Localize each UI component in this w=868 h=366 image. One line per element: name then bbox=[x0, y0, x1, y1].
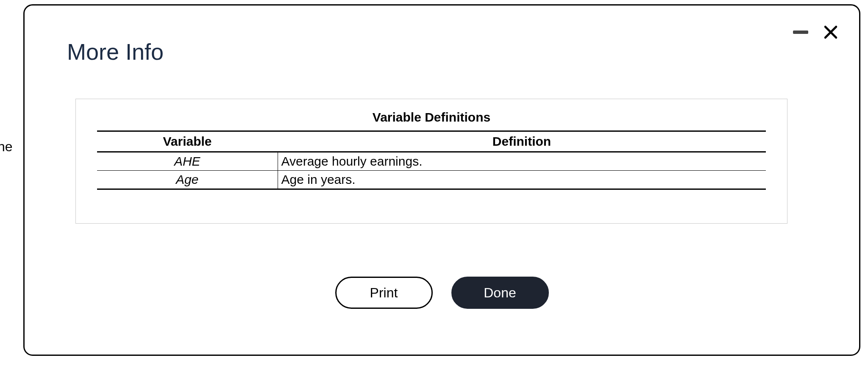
column-header-definition: Definition bbox=[278, 131, 766, 152]
background-text-fragment: he bbox=[0, 139, 13, 155]
definitions-table: Variable Definition AHE Average hourly e… bbox=[97, 130, 766, 190]
dialog-button-row: Print Done bbox=[25, 277, 859, 309]
variable-cell: Age bbox=[97, 171, 278, 189]
minimize-icon[interactable] bbox=[793, 30, 808, 34]
definition-cell: Age in years. bbox=[278, 171, 766, 189]
table-row: Age Age in years. bbox=[97, 171, 766, 189]
close-icon[interactable] bbox=[823, 25, 838, 39]
print-button[interactable]: Print bbox=[335, 277, 433, 309]
dialog-title: More Info bbox=[67, 39, 164, 65]
table-header-row: Variable Definition bbox=[97, 131, 766, 152]
table-row: AHE Average hourly earnings. bbox=[97, 152, 766, 171]
variable-cell: AHE bbox=[97, 152, 278, 171]
more-info-dialog: More Info Variable Definitions Variable … bbox=[23, 4, 860, 356]
definition-cell: Average hourly earnings. bbox=[278, 152, 766, 171]
done-button[interactable]: Done bbox=[451, 277, 549, 309]
table-title: Variable Definitions bbox=[97, 110, 766, 125]
definitions-panel: Variable Definitions Variable Definition… bbox=[75, 99, 787, 224]
window-controls bbox=[793, 25, 838, 39]
column-header-variable: Variable bbox=[97, 131, 278, 152]
